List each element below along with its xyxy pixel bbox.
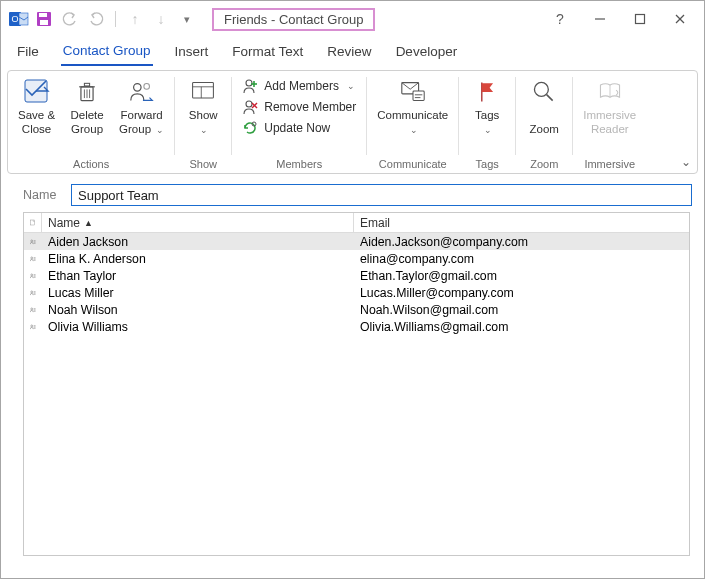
maximize-button[interactable]: [630, 9, 650, 29]
quick-access-toolbar: ↑ ↓ ▾: [35, 10, 196, 28]
undo-icon[interactable]: [61, 10, 79, 28]
zoom-label: Zoom: [530, 109, 559, 137]
title-bar: O ↑ ↓ ▾ Friends - Contact Group ?: [1, 1, 704, 37]
group-immersive: Immersive Reader Immersive: [573, 71, 646, 173]
member-icon: [24, 287, 42, 299]
outlook-icon: O: [9, 9, 29, 29]
tags-label: Tags⌄: [475, 109, 499, 137]
delete-group-button[interactable]: Delete Group: [65, 75, 109, 139]
header-name-label: Name: [48, 216, 80, 230]
name-input[interactable]: Support Team: [71, 184, 692, 206]
svg-rect-7: [636, 15, 645, 24]
svg-point-17: [133, 84, 140, 91]
tab-contact-group[interactable]: Contact Group: [61, 39, 153, 66]
svg-text:O: O: [11, 14, 18, 24]
svg-rect-13: [84, 83, 89, 86]
header-email-label: Email: [360, 216, 390, 230]
window-title: Friends - Contact Group: [212, 8, 375, 31]
show-button[interactable]: Show⌄: [181, 75, 225, 139]
member-email: Ethan.Taylor@gmail.com: [354, 269, 689, 283]
svg-rect-30: [413, 91, 424, 100]
next-item-icon[interactable]: ↓: [152, 10, 170, 28]
update-now-icon: [242, 120, 258, 136]
member-name: Ethan Taylor: [42, 269, 354, 283]
group-tags: Tags⌄ Tags: [459, 71, 515, 173]
qat-customize-icon[interactable]: ▾: [178, 10, 196, 28]
table-row[interactable]: Olivia WilliamsOlivia.Williams@gmail.com: [24, 318, 689, 335]
group-immersive-label: Immersive: [584, 157, 635, 171]
immersive-reader-icon: [595, 77, 625, 107]
close-button[interactable]: [670, 9, 690, 29]
minimize-button[interactable]: [590, 9, 610, 29]
save-close-label: Save & Close: [18, 109, 55, 137]
communicate-label: Communicate⌄: [377, 109, 448, 137]
save-icon[interactable]: [35, 10, 53, 28]
show-label: Show⌄: [189, 109, 218, 137]
table-row[interactable]: Aiden JacksonAiden.Jackson@company.com: [24, 233, 689, 250]
remove-member-label: Remove Member: [264, 100, 356, 114]
tab-format-text[interactable]: Format Text: [230, 40, 305, 65]
zoom-button[interactable]: Zoom: [522, 75, 566, 139]
name-input-value: Support Team: [78, 188, 159, 203]
member-icon: [24, 321, 42, 333]
update-now-button[interactable]: Update Now: [238, 119, 360, 137]
svg-point-34: [535, 82, 549, 96]
group-zoom-label: Zoom: [530, 157, 558, 171]
table-body: Aiden JacksonAiden.Jackson@company.comEl…: [24, 233, 689, 335]
tab-developer[interactable]: Developer: [394, 40, 460, 65]
svg-point-58: [31, 324, 33, 326]
member-name: Lucas Miller: [42, 286, 354, 300]
table-row[interactable]: Noah WilsonNoah.Wilson@gmail.com: [24, 301, 689, 318]
immersive-reader-button[interactable]: Immersive Reader: [579, 75, 640, 139]
tab-file[interactable]: File: [15, 40, 41, 65]
header-email-col[interactable]: Email: [354, 213, 689, 232]
svg-point-38: [31, 239, 33, 241]
help-icon[interactable]: ?: [550, 9, 570, 29]
add-members-label: Add Members: [264, 79, 339, 93]
communicate-button[interactable]: Communicate⌄: [373, 75, 452, 139]
forward-group-icon: [127, 77, 157, 107]
member-email: Lucas.Miller@company.com: [354, 286, 689, 300]
svg-point-50: [31, 290, 33, 292]
svg-point-46: [31, 273, 33, 275]
forward-group-button[interactable]: Forward Group ⌄: [115, 75, 168, 139]
member-email: Noah.Wilson@gmail.com: [354, 303, 689, 317]
chevron-down-icon: ⌄: [200, 125, 208, 135]
chevron-down-icon: ⌄: [347, 81, 355, 91]
tags-button[interactable]: Tags⌄: [465, 75, 509, 139]
name-row: Name Support Team: [1, 176, 704, 210]
svg-rect-5: [40, 20, 48, 25]
tab-review[interactable]: Review: [325, 40, 373, 65]
table-row[interactable]: Elina K. Andersonelina@company.com: [24, 250, 689, 267]
ribbon-collapse-button[interactable]: ⌄: [681, 155, 691, 169]
svg-point-18: [144, 84, 150, 90]
name-label: Name: [23, 188, 63, 202]
group-communicate: Communicate⌄ Communicate: [367, 71, 458, 173]
svg-point-42: [31, 256, 33, 258]
svg-rect-37: [30, 220, 34, 225]
ribbon: Save & Close Delete Group Forward Group …: [7, 70, 698, 174]
header-icon-col[interactable]: [24, 213, 42, 232]
chevron-down-icon: ⌄: [484, 125, 492, 135]
save-close-button[interactable]: Save & Close: [14, 75, 59, 139]
remove-member-icon: [242, 99, 258, 115]
table-row[interactable]: Lucas MillerLucas.Miller@company.com: [24, 284, 689, 301]
tab-insert[interactable]: Insert: [173, 40, 211, 65]
trash-icon: [72, 77, 102, 107]
qat-divider: [115, 11, 116, 27]
header-name-col[interactable]: Name ▲: [42, 213, 354, 232]
member-icon: [24, 253, 42, 265]
group-members: Add Members ⌄ Remove Member Update Now M…: [232, 71, 366, 173]
add-members-button[interactable]: Add Members ⌄: [238, 77, 360, 95]
member-email: elina@company.com: [354, 252, 689, 266]
redo-icon[interactable]: [87, 10, 105, 28]
communicate-icon: [398, 77, 428, 107]
prev-item-icon[interactable]: ↑: [126, 10, 144, 28]
show-icon: [188, 77, 218, 107]
member-name: Noah Wilson: [42, 303, 354, 317]
group-show-label: Show: [189, 157, 217, 171]
table-row[interactable]: Ethan TaylorEthan.Taylor@gmail.com: [24, 267, 689, 284]
remove-member-button[interactable]: Remove Member: [238, 98, 360, 116]
add-member-icon: [242, 78, 258, 94]
member-icon: [24, 304, 42, 316]
